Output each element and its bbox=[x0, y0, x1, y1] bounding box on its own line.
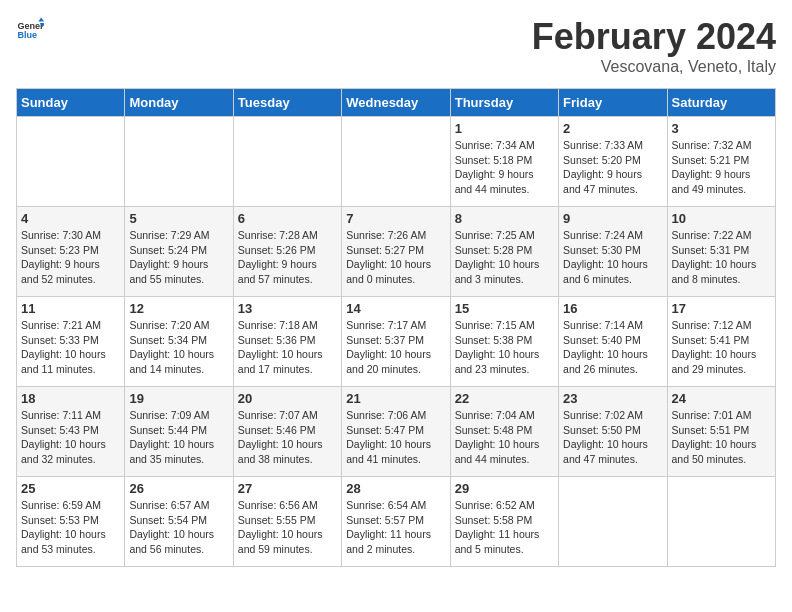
day-info: Sunrise: 7:26 AM Sunset: 5:27 PM Dayligh… bbox=[346, 228, 445, 287]
day-info: Sunrise: 7:09 AM Sunset: 5:44 PM Dayligh… bbox=[129, 408, 228, 467]
day-info: Sunrise: 7:02 AM Sunset: 5:50 PM Dayligh… bbox=[563, 408, 662, 467]
day-info: Sunrise: 7:15 AM Sunset: 5:38 PM Dayligh… bbox=[455, 318, 554, 377]
day-cell: 9Sunrise: 7:24 AM Sunset: 5:30 PM Daylig… bbox=[559, 207, 667, 297]
day-info: Sunrise: 7:21 AM Sunset: 5:33 PM Dayligh… bbox=[21, 318, 120, 377]
svg-text:Blue: Blue bbox=[17, 30, 37, 40]
day-cell: 5Sunrise: 7:29 AM Sunset: 5:24 PM Daylig… bbox=[125, 207, 233, 297]
day-info: Sunrise: 7:30 AM Sunset: 5:23 PM Dayligh… bbox=[21, 228, 120, 287]
day-info: Sunrise: 7:06 AM Sunset: 5:47 PM Dayligh… bbox=[346, 408, 445, 467]
day-number: 2 bbox=[563, 121, 662, 136]
day-cell: 2Sunrise: 7:33 AM Sunset: 5:20 PM Daylig… bbox=[559, 117, 667, 207]
day-number: 9 bbox=[563, 211, 662, 226]
svg-text:General: General bbox=[17, 21, 44, 31]
day-cell: 23Sunrise: 7:02 AM Sunset: 5:50 PM Dayli… bbox=[559, 387, 667, 477]
day-cell: 14Sunrise: 7:17 AM Sunset: 5:37 PM Dayli… bbox=[342, 297, 450, 387]
day-number: 19 bbox=[129, 391, 228, 406]
day-number: 27 bbox=[238, 481, 337, 496]
week-row-5: 25Sunrise: 6:59 AM Sunset: 5:53 PM Dayli… bbox=[17, 477, 776, 567]
logo-icon: General Blue bbox=[16, 16, 44, 44]
day-cell: 19Sunrise: 7:09 AM Sunset: 5:44 PM Dayli… bbox=[125, 387, 233, 477]
day-cell: 12Sunrise: 7:20 AM Sunset: 5:34 PM Dayli… bbox=[125, 297, 233, 387]
weekday-header-wednesday: Wednesday bbox=[342, 89, 450, 117]
day-number: 3 bbox=[672, 121, 771, 136]
day-number: 15 bbox=[455, 301, 554, 316]
day-cell bbox=[342, 117, 450, 207]
day-cell: 1Sunrise: 7:34 AM Sunset: 5:18 PM Daylig… bbox=[450, 117, 558, 207]
week-row-2: 4Sunrise: 7:30 AM Sunset: 5:23 PM Daylig… bbox=[17, 207, 776, 297]
day-info: Sunrise: 7:20 AM Sunset: 5:34 PM Dayligh… bbox=[129, 318, 228, 377]
weekday-header-saturday: Saturday bbox=[667, 89, 775, 117]
day-cell: 24Sunrise: 7:01 AM Sunset: 5:51 PM Dayli… bbox=[667, 387, 775, 477]
day-info: Sunrise: 7:33 AM Sunset: 5:20 PM Dayligh… bbox=[563, 138, 662, 197]
day-number: 21 bbox=[346, 391, 445, 406]
day-number: 26 bbox=[129, 481, 228, 496]
day-info: Sunrise: 7:22 AM Sunset: 5:31 PM Dayligh… bbox=[672, 228, 771, 287]
subtitle: Vescovana, Veneto, Italy bbox=[532, 58, 776, 76]
day-info: Sunrise: 7:18 AM Sunset: 5:36 PM Dayligh… bbox=[238, 318, 337, 377]
day-number: 23 bbox=[563, 391, 662, 406]
day-cell: 25Sunrise: 6:59 AM Sunset: 5:53 PM Dayli… bbox=[17, 477, 125, 567]
day-number: 11 bbox=[21, 301, 120, 316]
day-number: 4 bbox=[21, 211, 120, 226]
day-number: 16 bbox=[563, 301, 662, 316]
weekday-header-row: SundayMondayTuesdayWednesdayThursdayFrid… bbox=[17, 89, 776, 117]
day-info: Sunrise: 7:04 AM Sunset: 5:48 PM Dayligh… bbox=[455, 408, 554, 467]
day-info: Sunrise: 6:57 AM Sunset: 5:54 PM Dayligh… bbox=[129, 498, 228, 557]
day-cell: 8Sunrise: 7:25 AM Sunset: 5:28 PM Daylig… bbox=[450, 207, 558, 297]
day-number: 17 bbox=[672, 301, 771, 316]
day-info: Sunrise: 7:14 AM Sunset: 5:40 PM Dayligh… bbox=[563, 318, 662, 377]
day-info: Sunrise: 7:11 AM Sunset: 5:43 PM Dayligh… bbox=[21, 408, 120, 467]
day-number: 18 bbox=[21, 391, 120, 406]
day-cell: 26Sunrise: 6:57 AM Sunset: 5:54 PM Dayli… bbox=[125, 477, 233, 567]
day-number: 7 bbox=[346, 211, 445, 226]
day-info: Sunrise: 7:17 AM Sunset: 5:37 PM Dayligh… bbox=[346, 318, 445, 377]
day-cell: 27Sunrise: 6:56 AM Sunset: 5:55 PM Dayli… bbox=[233, 477, 341, 567]
day-number: 20 bbox=[238, 391, 337, 406]
weekday-header-monday: Monday bbox=[125, 89, 233, 117]
day-cell bbox=[17, 117, 125, 207]
day-number: 22 bbox=[455, 391, 554, 406]
day-info: Sunrise: 6:54 AM Sunset: 5:57 PM Dayligh… bbox=[346, 498, 445, 557]
day-number: 1 bbox=[455, 121, 554, 136]
day-info: Sunrise: 6:59 AM Sunset: 5:53 PM Dayligh… bbox=[21, 498, 120, 557]
day-info: Sunrise: 6:56 AM Sunset: 5:55 PM Dayligh… bbox=[238, 498, 337, 557]
logo: General Blue bbox=[16, 16, 44, 44]
day-cell: 13Sunrise: 7:18 AM Sunset: 5:36 PM Dayli… bbox=[233, 297, 341, 387]
day-cell: 7Sunrise: 7:26 AM Sunset: 5:27 PM Daylig… bbox=[342, 207, 450, 297]
week-row-3: 11Sunrise: 7:21 AM Sunset: 5:33 PM Dayli… bbox=[17, 297, 776, 387]
day-info: Sunrise: 7:28 AM Sunset: 5:26 PM Dayligh… bbox=[238, 228, 337, 287]
day-cell bbox=[125, 117, 233, 207]
day-number: 12 bbox=[129, 301, 228, 316]
day-cell: 16Sunrise: 7:14 AM Sunset: 5:40 PM Dayli… bbox=[559, 297, 667, 387]
day-cell: 17Sunrise: 7:12 AM Sunset: 5:41 PM Dayli… bbox=[667, 297, 775, 387]
main-title: February 2024 bbox=[532, 16, 776, 58]
day-info: Sunrise: 7:01 AM Sunset: 5:51 PM Dayligh… bbox=[672, 408, 771, 467]
day-number: 6 bbox=[238, 211, 337, 226]
day-cell: 22Sunrise: 7:04 AM Sunset: 5:48 PM Dayli… bbox=[450, 387, 558, 477]
weekday-header-thursday: Thursday bbox=[450, 89, 558, 117]
day-number: 29 bbox=[455, 481, 554, 496]
day-cell bbox=[667, 477, 775, 567]
weekday-header-friday: Friday bbox=[559, 89, 667, 117]
day-number: 24 bbox=[672, 391, 771, 406]
header: General Blue February 2024 Vescovana, Ve… bbox=[16, 16, 776, 76]
day-info: Sunrise: 7:32 AM Sunset: 5:21 PM Dayligh… bbox=[672, 138, 771, 197]
day-number: 25 bbox=[21, 481, 120, 496]
day-cell: 28Sunrise: 6:54 AM Sunset: 5:57 PM Dayli… bbox=[342, 477, 450, 567]
day-cell: 6Sunrise: 7:28 AM Sunset: 5:26 PM Daylig… bbox=[233, 207, 341, 297]
day-info: Sunrise: 6:52 AM Sunset: 5:58 PM Dayligh… bbox=[455, 498, 554, 557]
week-row-4: 18Sunrise: 7:11 AM Sunset: 5:43 PM Dayli… bbox=[17, 387, 776, 477]
day-cell: 11Sunrise: 7:21 AM Sunset: 5:33 PM Dayli… bbox=[17, 297, 125, 387]
week-row-1: 1Sunrise: 7:34 AM Sunset: 5:18 PM Daylig… bbox=[17, 117, 776, 207]
weekday-header-sunday: Sunday bbox=[17, 89, 125, 117]
day-info: Sunrise: 7:07 AM Sunset: 5:46 PM Dayligh… bbox=[238, 408, 337, 467]
svg-marker-2 bbox=[38, 17, 44, 21]
day-cell: 4Sunrise: 7:30 AM Sunset: 5:23 PM Daylig… bbox=[17, 207, 125, 297]
day-cell: 15Sunrise: 7:15 AM Sunset: 5:38 PM Dayli… bbox=[450, 297, 558, 387]
day-cell bbox=[559, 477, 667, 567]
day-info: Sunrise: 7:25 AM Sunset: 5:28 PM Dayligh… bbox=[455, 228, 554, 287]
title-area: February 2024 Vescovana, Veneto, Italy bbox=[532, 16, 776, 76]
day-cell: 3Sunrise: 7:32 AM Sunset: 5:21 PM Daylig… bbox=[667, 117, 775, 207]
day-cell: 18Sunrise: 7:11 AM Sunset: 5:43 PM Dayli… bbox=[17, 387, 125, 477]
day-number: 10 bbox=[672, 211, 771, 226]
